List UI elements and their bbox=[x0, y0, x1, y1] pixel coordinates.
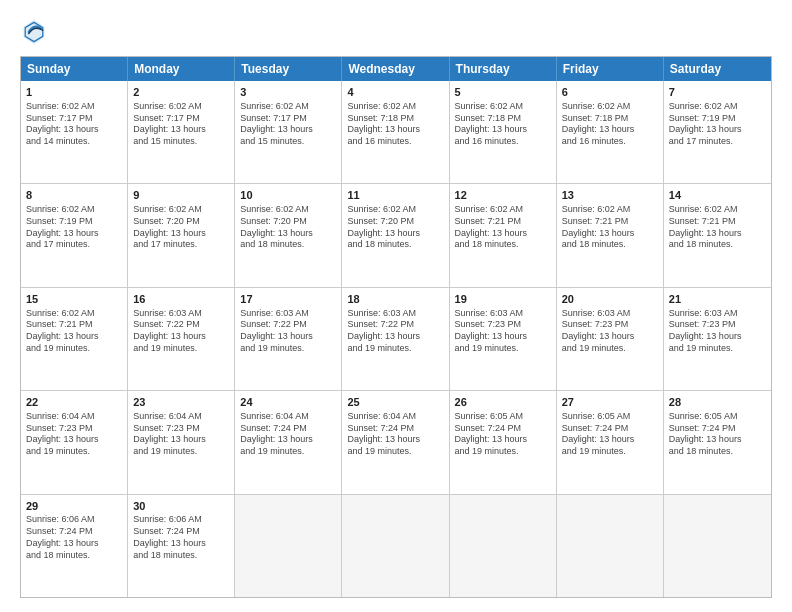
calendar-cell bbox=[664, 495, 771, 597]
day-number: 26 bbox=[455, 395, 551, 410]
calendar-cell bbox=[235, 495, 342, 597]
calendar-cell: 18Sunrise: 6:03 AMSunset: 7:22 PMDayligh… bbox=[342, 288, 449, 390]
calendar-cell: 6Sunrise: 6:02 AMSunset: 7:18 PMDaylight… bbox=[557, 81, 664, 183]
cal-header-cell: Tuesday bbox=[235, 57, 342, 81]
calendar-cell: 24Sunrise: 6:04 AMSunset: 7:24 PMDayligh… bbox=[235, 391, 342, 493]
day-info: Sunrise: 6:02 AMSunset: 7:20 PMDaylight:… bbox=[240, 204, 336, 251]
day-number: 1 bbox=[26, 85, 122, 100]
day-number: 7 bbox=[669, 85, 766, 100]
day-number: 13 bbox=[562, 188, 658, 203]
day-info: Sunrise: 6:03 AMSunset: 7:23 PMDaylight:… bbox=[455, 308, 551, 355]
day-number: 5 bbox=[455, 85, 551, 100]
day-number: 24 bbox=[240, 395, 336, 410]
day-info: Sunrise: 6:03 AMSunset: 7:22 PMDaylight:… bbox=[133, 308, 229, 355]
day-info: Sunrise: 6:02 AMSunset: 7:20 PMDaylight:… bbox=[133, 204, 229, 251]
day-info: Sunrise: 6:02 AMSunset: 7:18 PMDaylight:… bbox=[455, 101, 551, 148]
day-number: 16 bbox=[133, 292, 229, 307]
day-info: Sunrise: 6:02 AMSunset: 7:18 PMDaylight:… bbox=[562, 101, 658, 148]
day-info: Sunrise: 6:03 AMSunset: 7:22 PMDaylight:… bbox=[240, 308, 336, 355]
day-info: Sunrise: 6:02 AMSunset: 7:17 PMDaylight:… bbox=[133, 101, 229, 148]
calendar-cell: 4Sunrise: 6:02 AMSunset: 7:18 PMDaylight… bbox=[342, 81, 449, 183]
header bbox=[20, 18, 772, 46]
day-info: Sunrise: 6:03 AMSunset: 7:23 PMDaylight:… bbox=[669, 308, 766, 355]
calendar-cell: 17Sunrise: 6:03 AMSunset: 7:22 PMDayligh… bbox=[235, 288, 342, 390]
day-number: 27 bbox=[562, 395, 658, 410]
day-number: 2 bbox=[133, 85, 229, 100]
cal-header-cell: Sunday bbox=[21, 57, 128, 81]
calendar-cell bbox=[557, 495, 664, 597]
day-number: 18 bbox=[347, 292, 443, 307]
day-info: Sunrise: 6:02 AMSunset: 7:19 PMDaylight:… bbox=[669, 101, 766, 148]
calendar-header-row: SundayMondayTuesdayWednesdayThursdayFrid… bbox=[21, 57, 771, 81]
logo-icon bbox=[20, 18, 48, 46]
day-info: Sunrise: 6:04 AMSunset: 7:24 PMDaylight:… bbox=[240, 411, 336, 458]
day-info: Sunrise: 6:05 AMSunset: 7:24 PMDaylight:… bbox=[562, 411, 658, 458]
day-info: Sunrise: 6:02 AMSunset: 7:21 PMDaylight:… bbox=[26, 308, 122, 355]
day-number: 10 bbox=[240, 188, 336, 203]
calendar-cell: 11Sunrise: 6:02 AMSunset: 7:20 PMDayligh… bbox=[342, 184, 449, 286]
day-info: Sunrise: 6:05 AMSunset: 7:24 PMDaylight:… bbox=[669, 411, 766, 458]
calendar-cell: 29Sunrise: 6:06 AMSunset: 7:24 PMDayligh… bbox=[21, 495, 128, 597]
day-number: 19 bbox=[455, 292, 551, 307]
day-info: Sunrise: 6:03 AMSunset: 7:22 PMDaylight:… bbox=[347, 308, 443, 355]
day-info: Sunrise: 6:02 AMSunset: 7:17 PMDaylight:… bbox=[26, 101, 122, 148]
page: SundayMondayTuesdayWednesdayThursdayFrid… bbox=[0, 0, 792, 612]
day-number: 8 bbox=[26, 188, 122, 203]
day-info: Sunrise: 6:05 AMSunset: 7:24 PMDaylight:… bbox=[455, 411, 551, 458]
day-number: 11 bbox=[347, 188, 443, 203]
day-number: 6 bbox=[562, 85, 658, 100]
day-number: 9 bbox=[133, 188, 229, 203]
day-number: 20 bbox=[562, 292, 658, 307]
day-number: 15 bbox=[26, 292, 122, 307]
logo bbox=[20, 18, 52, 46]
calendar-cell: 27Sunrise: 6:05 AMSunset: 7:24 PMDayligh… bbox=[557, 391, 664, 493]
day-number: 12 bbox=[455, 188, 551, 203]
day-number: 28 bbox=[669, 395, 766, 410]
day-info: Sunrise: 6:02 AMSunset: 7:18 PMDaylight:… bbox=[347, 101, 443, 148]
calendar-week: 15Sunrise: 6:02 AMSunset: 7:21 PMDayligh… bbox=[21, 287, 771, 390]
calendar-cell: 22Sunrise: 6:04 AMSunset: 7:23 PMDayligh… bbox=[21, 391, 128, 493]
day-number: 25 bbox=[347, 395, 443, 410]
calendar-cell: 23Sunrise: 6:04 AMSunset: 7:23 PMDayligh… bbox=[128, 391, 235, 493]
calendar-week: 22Sunrise: 6:04 AMSunset: 7:23 PMDayligh… bbox=[21, 390, 771, 493]
day-number: 4 bbox=[347, 85, 443, 100]
calendar-cell: 8Sunrise: 6:02 AMSunset: 7:19 PMDaylight… bbox=[21, 184, 128, 286]
calendar-cell: 9Sunrise: 6:02 AMSunset: 7:20 PMDaylight… bbox=[128, 184, 235, 286]
day-info: Sunrise: 6:02 AMSunset: 7:17 PMDaylight:… bbox=[240, 101, 336, 148]
calendar-cell: 12Sunrise: 6:02 AMSunset: 7:21 PMDayligh… bbox=[450, 184, 557, 286]
calendar: SundayMondayTuesdayWednesdayThursdayFrid… bbox=[20, 56, 772, 598]
calendar-cell: 1Sunrise: 6:02 AMSunset: 7:17 PMDaylight… bbox=[21, 81, 128, 183]
day-info: Sunrise: 6:02 AMSunset: 7:21 PMDaylight:… bbox=[455, 204, 551, 251]
calendar-cell: 28Sunrise: 6:05 AMSunset: 7:24 PMDayligh… bbox=[664, 391, 771, 493]
calendar-cell: 25Sunrise: 6:04 AMSunset: 7:24 PMDayligh… bbox=[342, 391, 449, 493]
day-number: 22 bbox=[26, 395, 122, 410]
cal-header-cell: Friday bbox=[557, 57, 664, 81]
calendar-cell: 30Sunrise: 6:06 AMSunset: 7:24 PMDayligh… bbox=[128, 495, 235, 597]
cal-header-cell: Monday bbox=[128, 57, 235, 81]
calendar-cell: 16Sunrise: 6:03 AMSunset: 7:22 PMDayligh… bbox=[128, 288, 235, 390]
day-info: Sunrise: 6:02 AMSunset: 7:21 PMDaylight:… bbox=[562, 204, 658, 251]
calendar-cell: 21Sunrise: 6:03 AMSunset: 7:23 PMDayligh… bbox=[664, 288, 771, 390]
day-info: Sunrise: 6:02 AMSunset: 7:19 PMDaylight:… bbox=[26, 204, 122, 251]
day-number: 30 bbox=[133, 499, 229, 514]
calendar-cell: 5Sunrise: 6:02 AMSunset: 7:18 PMDaylight… bbox=[450, 81, 557, 183]
calendar-cell: 15Sunrise: 6:02 AMSunset: 7:21 PMDayligh… bbox=[21, 288, 128, 390]
calendar-body: 1Sunrise: 6:02 AMSunset: 7:17 PMDaylight… bbox=[21, 81, 771, 597]
calendar-cell bbox=[342, 495, 449, 597]
day-number: 3 bbox=[240, 85, 336, 100]
calendar-cell: 13Sunrise: 6:02 AMSunset: 7:21 PMDayligh… bbox=[557, 184, 664, 286]
calendar-cell bbox=[450, 495, 557, 597]
calendar-cell: 14Sunrise: 6:02 AMSunset: 7:21 PMDayligh… bbox=[664, 184, 771, 286]
cal-header-cell: Wednesday bbox=[342, 57, 449, 81]
day-number: 17 bbox=[240, 292, 336, 307]
day-info: Sunrise: 6:03 AMSunset: 7:23 PMDaylight:… bbox=[562, 308, 658, 355]
day-number: 23 bbox=[133, 395, 229, 410]
day-info: Sunrise: 6:02 AMSunset: 7:20 PMDaylight:… bbox=[347, 204, 443, 251]
calendar-week: 29Sunrise: 6:06 AMSunset: 7:24 PMDayligh… bbox=[21, 494, 771, 597]
day-info: Sunrise: 6:06 AMSunset: 7:24 PMDaylight:… bbox=[133, 514, 229, 561]
calendar-cell: 26Sunrise: 6:05 AMSunset: 7:24 PMDayligh… bbox=[450, 391, 557, 493]
day-number: 29 bbox=[26, 499, 122, 514]
calendar-week: 8Sunrise: 6:02 AMSunset: 7:19 PMDaylight… bbox=[21, 183, 771, 286]
day-number: 14 bbox=[669, 188, 766, 203]
calendar-week: 1Sunrise: 6:02 AMSunset: 7:17 PMDaylight… bbox=[21, 81, 771, 183]
